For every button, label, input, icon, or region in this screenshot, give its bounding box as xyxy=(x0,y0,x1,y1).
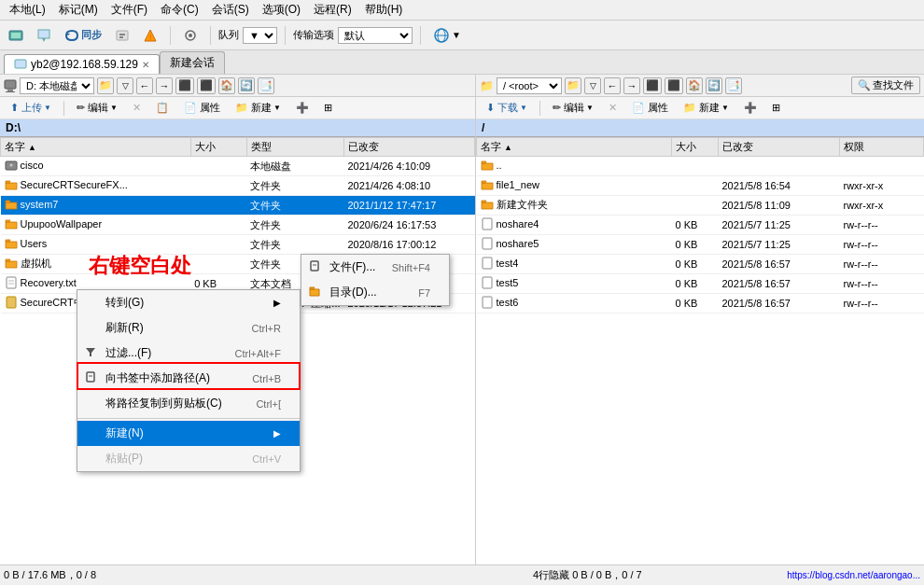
right-folder-open[interactable]: 📁 xyxy=(565,77,581,94)
ctx-new[interactable]: 新建(N) ▶ xyxy=(77,421,300,446)
session-tab[interactable]: yb2@192.168.59.129 ✕ xyxy=(4,54,160,74)
right-col-perms[interactable]: 权限 xyxy=(840,138,924,157)
table-row[interactable]: noshare4 0 KB 2021/5/7 11:25 rw-r--r-- xyxy=(477,216,924,235)
right-nav1[interactable]: ⬛ xyxy=(643,77,662,94)
left-nav2[interactable]: ⬛ xyxy=(197,77,216,94)
ctx-refresh[interactable]: 刷新(R) Ctrl+R xyxy=(77,315,300,341)
ctx-goto[interactable]: 转到(G) ▶ xyxy=(77,290,300,315)
right-back-btn[interactable]: ← xyxy=(604,77,621,94)
svg-marker-29 xyxy=(86,348,95,356)
left-drive-select[interactable]: D: 本地磁盘 xyxy=(20,77,94,94)
table-row[interactable]: Users 文件夹 2020/8/16 17:00:12 xyxy=(1,235,475,255)
ctx-bookmark[interactable]: 向书签中添加路径(A) Ctrl+B xyxy=(77,366,300,391)
left-col-type[interactable]: 类型 xyxy=(246,138,343,157)
toolbar-queue-select[interactable]: ▼ xyxy=(243,27,277,44)
submenu-file[interactable]: 文件(F)... Shift+F4 xyxy=(301,255,449,280)
toolbar-icon2[interactable] xyxy=(32,25,56,46)
menu-mark[interactable]: 标记(M) xyxy=(53,0,104,20)
left-edit-btn[interactable]: ✏ 编辑 ▼ xyxy=(70,99,124,117)
svg-rect-25 xyxy=(483,238,492,249)
menu-remote[interactable]: 远程(R) xyxy=(308,0,357,20)
toolbar-globe[interactable]: ▼ xyxy=(428,24,466,47)
right-search-btn[interactable]: 🔍 查找文件 xyxy=(851,77,920,94)
menu-options[interactable]: 选项(O) xyxy=(257,0,306,20)
left-col-size[interactable]: 大小 xyxy=(190,138,246,157)
menu-session[interactable]: 会话(S) xyxy=(206,0,255,20)
right-file-list[interactable]: 名字 ▲ 大小 已改变 权限 .. file1_new 2021/5/8 16:… xyxy=(476,137,924,564)
right-attrib-btn[interactable]: 📄 属性 xyxy=(625,99,675,117)
left-back-btn[interactable]: ← xyxy=(136,77,153,94)
left-filter-btn[interactable]: ▽ xyxy=(117,77,133,94)
table-row[interactable]: UpupooWallpaper 文件夹 2020/6/24 16:17:53 xyxy=(1,216,475,235)
svg-rect-17 xyxy=(6,91,15,92)
ctx-sep xyxy=(77,418,300,419)
right-home[interactable]: 🏠 xyxy=(686,77,703,94)
table-row[interactable]: test5 0 KB 2021/5/8 16:57 rw-r--r-- xyxy=(477,274,924,294)
table-row[interactable]: test4 0 KB 2021/5/8 16:57 rw-r--r-- xyxy=(477,255,924,274)
left-attrib-btn[interactable]: 📄 属性 xyxy=(177,99,227,117)
right-refresh[interactable]: 🔄 xyxy=(706,77,722,94)
svg-rect-1 xyxy=(11,33,21,38)
right-path-select[interactable]: / <root> xyxy=(497,77,562,94)
toolbar-sync[interactable]: 同步 xyxy=(60,25,106,46)
left-col-name[interactable]: 名字 ▲ xyxy=(1,138,191,157)
left-folder-open[interactable]: 📁 xyxy=(97,77,114,94)
left-plus-btn[interactable]: ➕ xyxy=(289,100,315,116)
submenu-dir[interactable]: 目录(D)... F7 xyxy=(301,280,449,305)
file-permissions: rw-r--r-- xyxy=(840,294,924,313)
svg-point-10 xyxy=(189,34,192,37)
new-folder-icon xyxy=(309,286,324,299)
left-filter-action[interactable]: ⊞ xyxy=(317,100,339,116)
right-bookmark[interactable]: 📑 xyxy=(725,77,742,94)
tab-close-session[interactable]: ✕ xyxy=(142,60,149,70)
table-row[interactable]: system7 文件夹 2021/1/12 17:47:17 xyxy=(1,196,475,216)
toolbar-icon3[interactable] xyxy=(110,25,134,46)
toolbar-icon4[interactable]: ! xyxy=(138,25,162,46)
file-icon xyxy=(481,296,494,311)
left-forward-btn[interactable]: → xyxy=(156,77,173,94)
status-middle: 4行隐藏 0 B / 0 B，0 / 7 xyxy=(396,568,780,582)
new-session-tab[interactable]: 新建会话 xyxy=(160,51,225,74)
left-rename-btn[interactable]: 📋 xyxy=(149,100,175,116)
table-row[interactable]: test6 0 KB 2021/5/8 16:57 rw-r--r-- xyxy=(477,294,924,313)
right-col-modified[interactable]: 已改变 xyxy=(719,138,840,157)
left-nav1[interactable]: ⬛ xyxy=(175,77,194,94)
right-plus-btn[interactable]: ➕ xyxy=(737,100,763,116)
left-col-modified[interactable]: 已改变 xyxy=(344,138,475,157)
menu-local[interactable]: 本地(L) xyxy=(4,0,51,20)
right-nav2[interactable]: ⬛ xyxy=(665,77,683,94)
table-row[interactable]: SecureCRTSecureFX... 文件夹 2021/4/26 4:08:… xyxy=(1,176,475,196)
left-upload-btn[interactable]: ⬆ 上传 ▼ xyxy=(4,99,58,117)
right-filter-action[interactable]: ⊞ xyxy=(765,100,787,116)
right-new-btn[interactable]: 📁 新建 ▼ xyxy=(677,99,735,117)
left-new-btn[interactable]: 📁 新建 ▼ xyxy=(229,99,287,117)
file-modified: 2021/5/8 16:57 xyxy=(719,294,840,313)
toolbar-separator-4 xyxy=(420,26,421,45)
ctx-filter[interactable]: 过滤...(F) Ctrl+Alt+F xyxy=(77,341,300,366)
menu-command[interactable]: 命令(C) xyxy=(155,0,204,20)
menu-help[interactable]: 帮助(H) xyxy=(359,0,409,20)
menu-file[interactable]: 文件(F) xyxy=(105,0,153,20)
left-refresh[interactable]: 🔄 xyxy=(238,77,255,94)
file-icon xyxy=(5,296,18,311)
right-filter-btn[interactable]: ▽ xyxy=(584,77,601,94)
table-row[interactable]: cisco 本地磁盘 2021/4/26 4:10:09 xyxy=(1,157,475,176)
file-size: 0 KB xyxy=(672,255,719,274)
right-forward-btn[interactable]: → xyxy=(623,77,640,94)
right-edit-btn[interactable]: ✏ 编辑 ▼ xyxy=(546,99,600,117)
left-bookmark[interactable]: 📑 xyxy=(258,77,274,94)
table-row[interactable]: .. xyxy=(477,157,924,176)
right-col-size[interactable]: 大小 xyxy=(672,138,719,157)
file-name: noshare5 xyxy=(477,235,672,255)
toolbar-settings[interactable] xyxy=(178,25,203,46)
table-row[interactable]: file1_new 2021/5/8 16:54 rwxr-xr-x xyxy=(477,176,924,196)
file-modified: 2021/5/8 16:57 xyxy=(719,274,840,294)
table-row[interactable]: 新建文件夹 2021/5/8 11:09 rwxr-xr-x xyxy=(477,196,924,216)
toolbar-transfer-select[interactable]: 默认 xyxy=(338,27,413,44)
right-download-btn[interactable]: ⬇ 下载 ▼ xyxy=(480,99,534,117)
left-home[interactable]: 🏠 xyxy=(218,77,235,94)
ctx-copy-path[interactable]: 将路径复制到剪贴板(C) Ctrl+[ xyxy=(77,391,300,416)
table-row[interactable]: noshare5 0 KB 2021/5/7 11:25 rw-r--r-- xyxy=(477,235,924,255)
toolbar-icon1[interactable] xyxy=(4,25,28,46)
right-col-name[interactable]: 名字 ▲ xyxy=(477,138,672,157)
